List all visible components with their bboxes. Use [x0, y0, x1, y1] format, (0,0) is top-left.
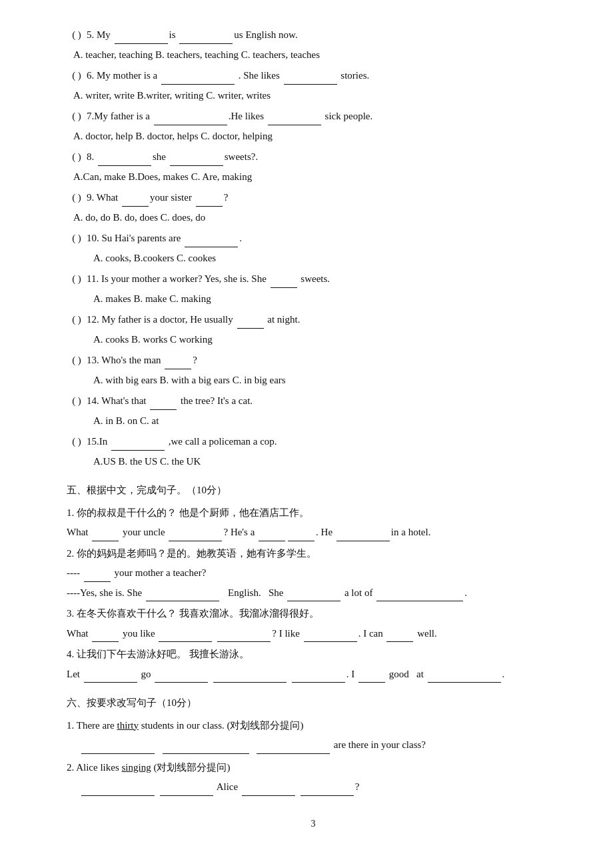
paren-10: ( ) [67, 230, 87, 247]
s5-3-b5 [386, 641, 413, 642]
s6-2-b4 [301, 795, 354, 796]
s6-item1-answer: are there in your class? [80, 737, 560, 754]
s5-4-b3 [213, 682, 287, 683]
s5-1-b3 [259, 541, 285, 541]
q9-blank1 [122, 206, 149, 207]
s5-2-b4 [376, 601, 463, 601]
paren-8: ( ) [67, 149, 87, 166]
q5-choices: A. teacher, teaching B. teachers, teachi… [73, 47, 560, 64]
section5-item4: 4. 让我们下午去游泳好吧。 我擅长游泳。 Let go . I good at… [67, 646, 560, 683]
s5-item2-en1: ---- your mother a teacher? [67, 565, 560, 582]
s6-1-b3 [257, 753, 330, 754]
s5-2-b3 [287, 601, 340, 601]
q5-text: 5. My [87, 29, 113, 40]
q14-choices: A. in B. on C. at [93, 413, 560, 430]
q8-choices: A.Can, make B.Does, makes C. Are, making [73, 169, 560, 186]
q12-blank1 [237, 328, 264, 329]
q8-blank1 [98, 165, 151, 166]
question-5: ( )5. My is us English now. A. teacher, … [67, 27, 560, 63]
s6-2-underline: singing [122, 762, 151, 773]
s5-item3-cn: 3. 在冬天你喜欢干什么？ 我喜欢溜冰。我溜冰溜得很好。 [67, 605, 560, 623]
s5-3-b2 [159, 641, 212, 642]
section-5-title: 五、根据中文，完成句子。（10分） [67, 482, 560, 499]
question-11: ( )11. Is your mother a worker? Yes, she… [67, 271, 560, 307]
q5-blank2 [179, 43, 233, 44]
s5-2-b2 [146, 601, 219, 601]
paren-7: ( ) [67, 108, 87, 125]
q15-blank1 [111, 450, 165, 451]
s5-item2-en2: ----Yes, she is. She English. She a lot … [67, 585, 560, 602]
q6-blank1 [161, 84, 235, 85]
s6-1-b2 [163, 753, 249, 754]
s6-2-b2 [160, 795, 213, 796]
page-number: 3 [67, 816, 560, 832]
s5-4-b6 [428, 682, 501, 683]
paren-14: ( ) [67, 393, 87, 410]
q7-blank2 [268, 125, 321, 125]
s6-item1-original: 1. There are thirty students in our clas… [67, 717, 560, 735]
question-9: ( )9. What your sister ? A. do, do B. do… [67, 189, 560, 226]
q5-blank1 [115, 43, 168, 44]
q11-blank1 [271, 287, 297, 288]
s6-2-b1 [81, 795, 155, 796]
s5-1-b4 [288, 541, 314, 541]
s5-4-b2 [155, 682, 208, 683]
q13-choices: A. with big ears B. with a big ears C. i… [93, 372, 560, 389]
q11-choices: A. makes B. make C. making [93, 291, 560, 308]
s5-item3-en: What you like ? I like . I can well. [67, 625, 560, 643]
q10-choices: A. cooks, B.cookers C. cookes [93, 250, 560, 267]
s6-item2-original: 2. Alice likes singing (对划线部分提问) [67, 759, 560, 777]
s5-1-b1 [92, 541, 119, 541]
s6-1-b1 [81, 753, 155, 754]
q7-choices: A. doctor, help B. doctor, helps C. doct… [73, 128, 560, 145]
section5-item3: 3. 在冬天你喜欢干什么？ 我喜欢溜冰。我溜冰溜得很好。 What you li… [67, 605, 560, 642]
paren-6: ( ) [67, 67, 87, 85]
multiple-choice-section: ( )5. My is us English now. A. teacher, … [67, 27, 560, 470]
paren-11: ( ) [67, 271, 87, 288]
q7-blank1 [154, 125, 227, 125]
q6-choices: A. writer, write B.writer, writing C. wr… [73, 87, 560, 105]
question-7: ( )7.My father is a .He likes sick peopl… [67, 108, 560, 145]
s5-3-b3 [217, 641, 271, 642]
question-10: ( )10. Su Hai's parents are . A. cooks, … [67, 230, 560, 267]
section6-item2: 2. Alice likes singing (对划线部分提问) Alice ? [67, 759, 560, 796]
question-6: ( )6. My mother is a . She likes stories… [67, 67, 560, 104]
s6-item2-answer: Alice ? [80, 779, 560, 796]
q5-end: us English now. [234, 29, 297, 40]
paren-5: ( ) [67, 27, 87, 44]
question-14: ( )14. What's that the tree? It's a cat.… [67, 393, 560, 429]
s5-item1-cn: 1. 你的叔叔是干什么的？ 他是个厨师，他在酒店工作。 [67, 505, 560, 522]
q6-blank2 [284, 84, 337, 85]
q13-blank1 [165, 369, 191, 369]
s6-1-underline: thirty [117, 720, 139, 731]
q15-choices: A.US B. the US C. the UK [93, 453, 560, 471]
s5-item4-cn: 4. 让我们下午去游泳好吧。 我擅长游泳。 [67, 646, 560, 663]
paren-9: ( ) [67, 189, 87, 207]
s5-item4-en: Let go . I good at . [67, 666, 560, 683]
paren-13: ( ) [67, 352, 87, 369]
paren-12: ( ) [67, 311, 87, 329]
question-12: ( )12. My father is a doctor, He usually… [67, 311, 560, 348]
s5-2-b1 [84, 581, 111, 582]
question-13: ( )13. Who's the man ? A. with big ears … [67, 352, 560, 389]
q8-blank2 [170, 165, 223, 166]
s5-1-b2 [169, 541, 222, 541]
paren-15: ( ) [67, 433, 87, 451]
s5-1-b5 [336, 541, 390, 541]
q14-blank1 [150, 409, 177, 410]
section5-item2: 2. 你的妈妈是老师吗？是的。她教英语，她有许多学生。 ---- your mo… [67, 545, 560, 602]
s5-4-b5 [358, 682, 385, 683]
s5-4-b1 [84, 682, 137, 683]
q10-blank1 [185, 247, 238, 247]
q5-mid: is [169, 29, 179, 40]
s5-3-b4 [304, 641, 357, 642]
section-5: 五、根据中文，完成句子。（10分） 1. 你的叔叔是干什么的？ 他是个厨师，他在… [67, 482, 560, 683]
q9-blank2 [196, 206, 223, 207]
s5-4-b4 [292, 682, 345, 683]
s6-2-b3 [242, 795, 295, 796]
section-6-title: 六、按要求改写句子（10分） [67, 695, 560, 712]
q9-choices: A. do, do B. do, does C. does, do [73, 209, 560, 227]
section5-item1: 1. 你的叔叔是干什么的？ 他是个厨师，他在酒店工作。 What your un… [67, 505, 560, 541]
section6-item1: 1. There are thirty students in our clas… [67, 717, 560, 754]
question-15: ( )15.In ,we call a policeman a cop. A.U… [67, 433, 560, 470]
